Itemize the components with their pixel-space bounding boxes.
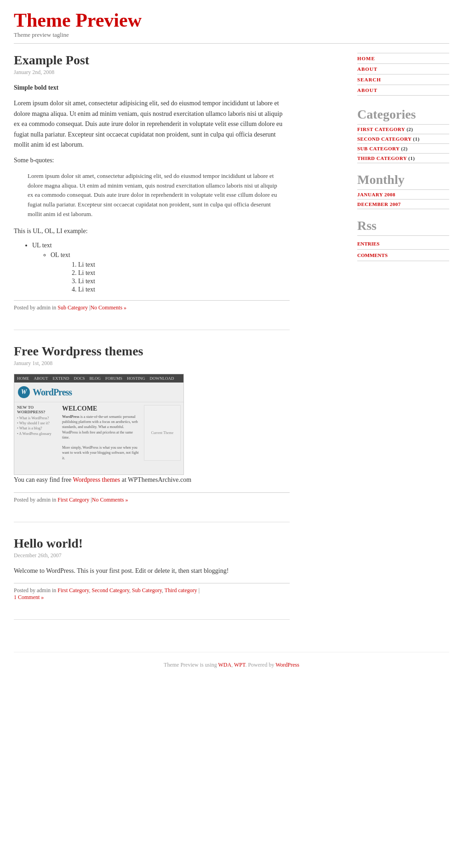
categories-section: Categories FIRST CATEGORY (2) SECOND CAT… — [357, 107, 449, 163]
sidebar-item-home[interactable]: HOME — [357, 53, 449, 64]
post-2-title: Free Wordpress themes — [14, 344, 290, 359]
footer-text1: Theme Preview is using — [164, 662, 218, 668]
post-1-li-1: Li text — [78, 261, 290, 268]
post-divider-1 — [14, 330, 290, 330]
post-2-paragraph: You can easy find free Wordpress themes … — [14, 475, 290, 485]
post-3-footer-prefix: Posted by admin in — [14, 587, 57, 594]
post-divider-3 — [14, 619, 290, 620]
sidebar-item-about2[interactable]: ABOUT — [357, 85, 449, 96]
rss-section: Rss ENTRIES COMMENTS — [357, 218, 449, 261]
post-2-footer: Posted by admin in First Category |No Co… — [14, 492, 290, 503]
post-3-cat-first[interactable]: First Category — [57, 587, 89, 594]
category-first[interactable]: FIRST CATEGORY (2) — [357, 125, 449, 134]
post-3-footer: Posted by admin in First Category, Secon… — [14, 583, 290, 601]
post-1-blockquote: Lorem ipsum dolor sit amet, consectetur … — [28, 171, 280, 219]
category-sub[interactable]: SUB CATEGORY (2) — [357, 144, 449, 154]
post-1-comment-link[interactable]: No Comments » — [90, 304, 126, 311]
post-3-cat-third[interactable]: Third category — [165, 587, 197, 594]
post-1-li-4: Li text — [78, 286, 290, 293]
rss-entries[interactable]: ENTRIES — [357, 238, 449, 250]
category-third[interactable]: THIRD CATEGORY (1) — [357, 154, 449, 163]
monthly-jan2008[interactable]: JANUARY 2008 — [357, 190, 449, 200]
post-1: Example Post January 2nd, 2008 Simple bo… — [14, 53, 290, 311]
post-2-category-link[interactable]: First Category — [57, 497, 89, 503]
post-2-wp-link[interactable]: Wordpress themes — [73, 476, 120, 483]
post-1-category-link[interactable]: Sub Category — [57, 304, 88, 311]
post-3-paragraph: Welcome to WordPress. This is your first… — [14, 566, 290, 576]
rss-title: Rss — [357, 218, 449, 233]
footer-link-wda[interactable]: WDA — [218, 662, 232, 668]
categories-title: Categories — [357, 107, 449, 122]
post-3-cat-second[interactable]: Second Category — [92, 587, 130, 594]
post-1-ul-item: UL text — [32, 242, 290, 249]
post-3-title: Hello world! — [14, 536, 290, 551]
rss-comments[interactable]: COMMENTS — [357, 250, 449, 261]
post-3-cat-sub[interactable]: Sub Category — [132, 587, 162, 594]
post-1-li-3: Li text — [78, 278, 290, 285]
post-1-footer-prefix: Posted by admin in — [14, 304, 57, 311]
post-1-li-2: Li text — [78, 269, 290, 277]
post-1-paragraph: Lorem ipsum dolor sit amet, consectetur … — [14, 98, 290, 150]
post-3-date: December 26th, 2007 — [14, 552, 290, 559]
post-1-bold: Simple bold text — [14, 84, 58, 91]
monthly-dec2007[interactable]: DECEMBER 2007 — [357, 200, 449, 209]
monthly-title: Monthly — [357, 172, 449, 187]
post-1-date: January 2nd, 2008 — [14, 69, 290, 76]
post-1-title: Example Post — [14, 53, 290, 68]
post-1-footer: Posted by admin in Sub Category |No Comm… — [14, 300, 290, 311]
post-3-comment-link[interactable]: 1 Comment » — [14, 594, 44, 600]
post-1-list-intro: This is UL, OL, LI example: — [14, 226, 290, 236]
site-title: Theme Preview — [14, 9, 449, 31]
post-divider-2 — [14, 522, 290, 522]
post-2-comment-link[interactable]: No Comments » — [92, 497, 128, 503]
site-tagline: Theme preview tagline — [14, 31, 449, 39]
sidebar: HOME ABOUT SEARCH ABOUT Categories FIRST… — [357, 53, 449, 634]
post-3: Hello world! December 26th, 2007 Welcome… — [14, 536, 290, 601]
sidebar-item-about1[interactable]: ABOUT — [357, 64, 449, 74]
category-second[interactable]: SECOND CATEGORY (1) — [357, 134, 449, 144]
site-footer: Theme Preview is using WDA, WPT. Powered… — [14, 652, 449, 678]
post-2-date: January 1st, 2008 — [14, 360, 290, 367]
post-1-ol-item: OL text — [51, 251, 290, 259]
post-2: Free Wordpress themes January 1st, 2008 … — [14, 344, 290, 503]
wordpress-screenshot: HOME ABOUT EXTEND DOCS BLOG FORUMS HOSTI… — [14, 374, 184, 475]
post-2-footer-prefix: Posted by admin in — [14, 497, 57, 503]
sidebar-item-search[interactable]: SEARCH — [357, 74, 449, 85]
monthly-section: Monthly JANUARY 2008 DECEMBER 2007 — [357, 172, 449, 209]
footer-link-wpt[interactable]: WPT — [234, 662, 245, 668]
footer-link-wordpress[interactable]: WordPress — [275, 662, 299, 668]
sidebar-nav: HOME ABOUT SEARCH ABOUT — [357, 53, 449, 96]
post-1-bquote-intro: Some b-quotes: — [14, 155, 290, 166]
